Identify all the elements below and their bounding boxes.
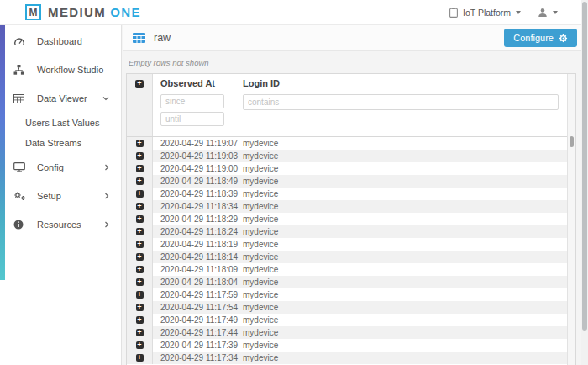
observed-at-cell: 2020-04-29 11:18:34 [153, 200, 234, 213]
expander-cell [127, 288, 153, 301]
sidebar-item-config[interactable]: Config [0, 153, 121, 182]
stream-header: raw Configure [123, 25, 588, 51]
expander-header-cell [127, 74, 153, 136]
sidebar-item-workflow-studio[interactable]: Workflow Studio [0, 56, 121, 84]
login-id-cell: mydevice [234, 225, 567, 238]
sidebar-item-data-viewer[interactable]: Data Viewer [0, 84, 121, 113]
expand-row-button[interactable] [136, 354, 144, 362]
chevron-right-icon [104, 221, 109, 228]
expand-row-button[interactable] [136, 329, 144, 336]
table-header-row: Observed At Login ID [127, 74, 567, 137]
logo-monogram-icon: M [25, 4, 41, 20]
platform-menu-label: IoT Platform [463, 8, 511, 18]
expander-cell [127, 339, 153, 352]
page-scrollbar-thumb[interactable] [582, 2, 587, 331]
chevron-down-icon [102, 96, 109, 101]
chevron-right-icon [104, 164, 109, 171]
expand-row-button[interactable] [136, 152, 144, 160]
expand-row-button[interactable] [136, 316, 144, 324]
sidebar-gradient-strip [0, 25, 5, 280]
observed-at-column-header: Observed At [153, 74, 234, 136]
observed-at-cell: 2020-04-29 11:17:39 [153, 339, 234, 352]
expand-row-button[interactable] [136, 266, 144, 273]
contains-filter-input[interactable] [243, 94, 559, 110]
expand-row-button[interactable] [136, 304, 144, 311]
table-row: 2020-04-29 11:18:14 mydevice [127, 251, 567, 263]
sidebar-item-label: Workflow Studio [37, 65, 103, 75]
expand-row-button[interactable] [136, 241, 144, 248]
expander-cell [127, 200, 153, 213]
info-circle-icon [13, 220, 27, 230]
expand-row-button[interactable] [136, 291, 144, 299]
expand-row-button[interactable] [136, 341, 144, 349]
page-title: raw [154, 32, 171, 44]
sidebar-item-label: Config [37, 162, 64, 172]
table-row: 2020-04-29 11:18:29 mydevice [127, 213, 567, 225]
login-id-column-header: Login ID [234, 74, 567, 136]
sidebar-item-dashboard[interactable]: Dashboard [0, 27, 121, 56]
expander-cell [127, 251, 153, 263]
expand-row-button[interactable] [136, 165, 144, 172]
expander-cell [127, 314, 153, 326]
expand-row-button[interactable] [136, 203, 144, 210]
sidebar-item-data-streams[interactable]: Data Streams [0, 133, 121, 153]
observed-at-cell: 2020-04-29 11:18:04 [153, 276, 234, 288]
observed-at-cell: 2020-04-29 11:18:09 [153, 263, 234, 276]
column-label: Login ID [243, 78, 559, 88]
sidebar-item-setup[interactable]: Setup [0, 182, 121, 210]
brand-text: MEDIUM [48, 5, 106, 19]
login-id-cell: mydevice [234, 352, 567, 364]
user-menu[interactable] [538, 8, 558, 18]
table-row: 2020-04-29 11:17:39 mydevice [127, 339, 567, 352]
expander-cell [127, 188, 153, 200]
expand-row-button[interactable] [136, 278, 144, 286]
login-id-cell: mydevice [234, 188, 567, 200]
login-id-cell: mydevice [234, 326, 567, 339]
expand-row-button[interactable] [136, 228, 144, 235]
expand-row-button[interactable] [136, 177, 144, 185]
table-row: 2020-04-29 11:18:04 mydevice [127, 276, 567, 288]
table-row: 2020-04-29 11:17:34 mydevice [127, 352, 567, 364]
login-id-cell: mydevice [234, 314, 567, 326]
caret-down-icon [516, 11, 521, 14]
raw-data-table: Observed At Login ID 2020-04-29 11:19:07… [126, 73, 576, 365]
login-id-cell: mydevice [234, 137, 567, 150]
expander-cell [127, 150, 153, 162]
medium-one-logo: M MEDIUM ONE [25, 4, 141, 20]
login-id-cell: mydevice [234, 162, 567, 175]
expand-row-button[interactable] [136, 215, 144, 223]
login-id-cell: mydevice [234, 276, 567, 288]
sidebar-item-label: Resources [37, 220, 81, 230]
expander-cell [127, 263, 153, 276]
table-row: 2020-04-29 11:17:54 mydevice [127, 301, 567, 314]
since-filter-input[interactable] [160, 94, 224, 108]
table-row: 2020-04-29 11:18:34 mydevice [127, 200, 567, 213]
caret-down-icon [553, 11, 558, 14]
login-id-cell: mydevice [234, 238, 567, 251]
expand-row-button[interactable] [136, 253, 144, 261]
page-scrollbar[interactable] [581, 0, 588, 365]
expand-row-button[interactable] [136, 190, 144, 198]
table-row: 2020-04-29 11:18:39 mydevice [127, 188, 567, 200]
sidebar-item-users-last-values[interactable]: Users Last Values [0, 113, 121, 133]
expander-cell [127, 276, 153, 288]
configure-button[interactable]: Configure [504, 29, 577, 47]
until-filter-input[interactable] [160, 112, 224, 126]
observed-at-cell: 2020-04-29 11:17:59 [153, 288, 234, 301]
table-row: 2020-04-29 11:18:19 mydevice [127, 238, 567, 251]
table-row: 2020-04-29 11:18:24 mydevice [127, 225, 567, 238]
expand-row-button[interactable] [136, 140, 144, 147]
platform-menu[interactable]: IoT Platform [449, 8, 521, 18]
sidebar-item-resources[interactable]: Resources [0, 210, 121, 239]
chevron-right-icon [104, 193, 109, 199]
brand-accent-text: ONE [110, 5, 141, 19]
login-id-cell: mydevice [234, 339, 567, 352]
table-scrollbar-thumb[interactable] [570, 136, 574, 147]
plus-square-icon[interactable] [135, 80, 144, 88]
observed-at-cell: 2020-04-29 11:19:07 [153, 137, 234, 150]
table-grid-icon [13, 94, 27, 103]
table-scrollbar[interactable] [567, 74, 575, 365]
sidebar-item-label: Dashboard [37, 36, 82, 46]
top-header-bar: M MEDIUM ONE IoT Platform [0, 0, 588, 25]
observed-at-cell: 2020-04-29 11:19:00 [153, 162, 234, 175]
